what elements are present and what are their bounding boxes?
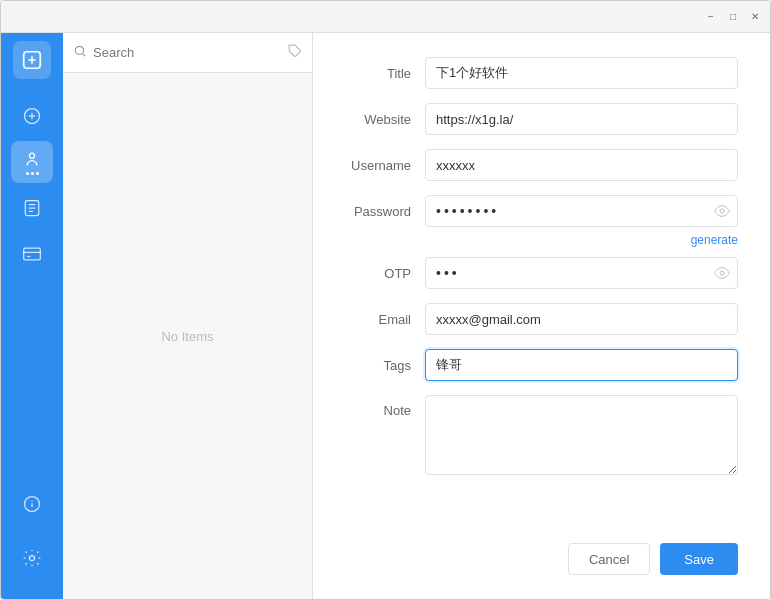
minimize-button[interactable]: −	[704, 10, 718, 24]
website-input-wrap	[425, 103, 738, 135]
form-row-username: Username	[345, 149, 738, 181]
note-label: Note	[345, 395, 425, 418]
generate-row: generate	[345, 231, 738, 247]
form-rows: Title Website Username	[345, 57, 738, 527]
sidebar-item-notes[interactable]	[11, 187, 53, 229]
username-input[interactable]	[425, 149, 738, 181]
title-input-wrap	[425, 57, 738, 89]
tags-input[interactable]	[425, 349, 738, 381]
contacts-dots	[26, 172, 39, 175]
title-label: Title	[345, 66, 425, 81]
sidebar-item-settings[interactable]	[11, 537, 53, 579]
right-panel: Title Website Username	[313, 33, 770, 599]
otp-input-wrap	[425, 257, 738, 289]
app-logo-icon[interactable]	[13, 41, 51, 79]
password-label: Password	[345, 204, 425, 219]
sidebar	[1, 33, 63, 599]
form-row-note: Note	[345, 395, 738, 478]
app-window: − □ ✕	[0, 0, 771, 600]
left-panel: No Items	[63, 33, 313, 599]
form-row-email: Email	[345, 303, 738, 335]
username-label: Username	[345, 158, 425, 173]
email-label: Email	[345, 312, 425, 327]
otp-label: OTP	[345, 266, 425, 281]
note-input-wrap	[425, 395, 738, 478]
sidebar-item-info[interactable]	[11, 483, 53, 525]
email-input[interactable]	[425, 303, 738, 335]
search-bar	[63, 33, 312, 73]
title-bar-controls: − □ ✕	[704, 10, 762, 24]
maximize-button[interactable]: □	[726, 10, 740, 24]
form-row-otp: OTP	[345, 257, 738, 289]
username-input-wrap	[425, 149, 738, 181]
tags-input-wrap	[425, 349, 738, 381]
sidebar-item-contacts[interactable]	[11, 141, 53, 183]
otp-eye-icon[interactable]	[714, 265, 730, 281]
generate-link[interactable]: generate	[425, 233, 738, 247]
tags-label: Tags	[345, 358, 425, 373]
form-row-password: Password	[345, 195, 738, 227]
sidebar-item-cards[interactable]	[11, 233, 53, 275]
form-row-title: Title	[345, 57, 738, 89]
password-eye-icon[interactable]	[714, 203, 730, 219]
save-button[interactable]: Save	[660, 543, 738, 575]
svg-point-9	[720, 209, 724, 213]
password-input[interactable]	[425, 195, 738, 227]
search-input[interactable]	[93, 45, 282, 60]
website-input[interactable]	[425, 103, 738, 135]
no-items-text: No Items	[161, 329, 213, 344]
search-icon	[73, 44, 87, 61]
note-textarea[interactable]	[425, 395, 738, 475]
form-row-tags: Tags	[345, 349, 738, 381]
tag-icon	[288, 44, 302, 61]
sidebar-item-add[interactable]	[11, 95, 53, 137]
close-button[interactable]: ✕	[748, 10, 762, 24]
main-layout: No Items Title Website	[1, 33, 770, 599]
form-actions: Cancel Save	[345, 535, 738, 575]
sidebar-bottom	[11, 483, 53, 583]
form-row-website: Website	[345, 103, 738, 135]
title-bar: − □ ✕	[1, 1, 770, 33]
email-input-wrap	[425, 303, 738, 335]
password-input-wrap	[425, 195, 738, 227]
cancel-button[interactable]: Cancel	[568, 543, 650, 575]
svg-point-2	[30, 153, 35, 158]
svg-point-6	[30, 556, 35, 561]
no-items-area: No Items	[63, 73, 312, 599]
svg-point-10	[720, 271, 724, 275]
otp-input[interactable]	[425, 257, 738, 289]
website-label: Website	[345, 112, 425, 127]
svg-rect-4	[24, 248, 41, 260]
title-input[interactable]	[425, 57, 738, 89]
svg-point-7	[75, 46, 83, 54]
